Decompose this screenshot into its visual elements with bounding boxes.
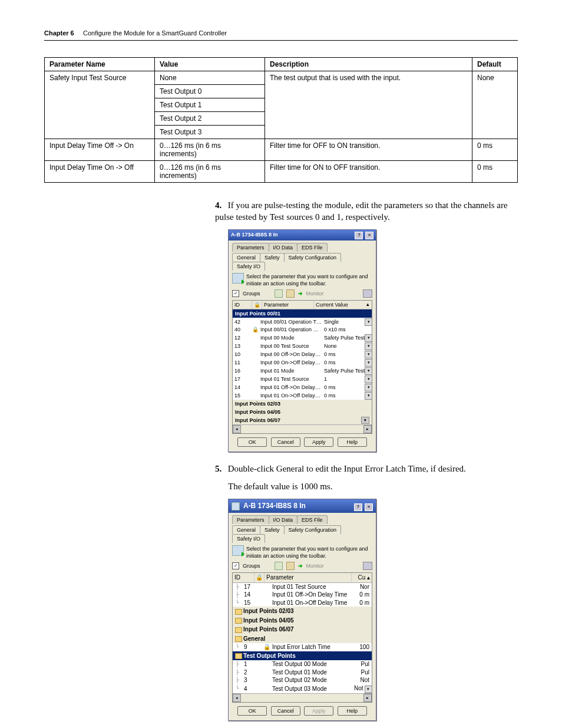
group-header[interactable]: Input Points 02/03 [233, 400, 372, 408]
groups-label: Groups [243, 562, 260, 569]
chevron-down-icon[interactable]: ▾ [365, 384, 372, 391]
cell-param: Safety Input Test Source [45, 71, 155, 139]
list-item[interactable]: └ 9 🔒 Input Error Latch Time 100 [233, 643, 372, 651]
titlebar-buttons: ? × [353, 501, 373, 511]
horizontal-scrollbar[interactable]: ◂ ▸ [233, 693, 372, 702]
close-icon[interactable]: × [365, 503, 373, 511]
apply-button[interactable]: Apply [304, 437, 333, 447]
chevron-down-icon[interactable]: ▾ [365, 359, 372, 367]
scroll-right-icon[interactable]: ▸ [363, 425, 372, 433]
chevron-down-icon[interactable]: ▾ [365, 334, 372, 342]
toolbar-icon[interactable] [275, 562, 283, 570]
cancel-button[interactable]: Cancel [271, 706, 300, 716]
group-header[interactable]: General [233, 634, 372, 644]
group-header[interactable]: Input Points 04/05 [233, 616, 372, 625]
groups-checkbox[interactable]: ✓ [232, 290, 239, 297]
col-value[interactable]: Cu ▴ [352, 573, 372, 582]
scroll-right-icon[interactable]: ▸ [363, 694, 372, 702]
step-text: Double-click General to edit the Input E… [228, 464, 466, 473]
list-item[interactable]: ├3Test Output 02 ModeNot [233, 676, 372, 684]
help-button[interactable]: Help [338, 706, 367, 716]
horizontal-scrollbar[interactable]: ◂ ▸ [233, 424, 372, 433]
chevron-down-icon[interactable]: ▾ [365, 351, 372, 358]
chevron-down-icon[interactable]: ▾ [365, 392, 372, 400]
tab-safety-io[interactable]: Safety I/O [232, 534, 265, 543]
group-header[interactable]: Input Points 02/03 [233, 607, 372, 616]
toolbar-widget[interactable] [363, 289, 372, 298]
tab-parameters[interactable]: Parameters [232, 515, 269, 524]
list-item[interactable]: └15Input 01 On->Off Delay Time0 m [233, 599, 372, 607]
toolbar-icon[interactable] [275, 289, 283, 298]
cell-value: Test Output 2 [155, 112, 265, 126]
list-item[interactable]: 14Input 01 Off->On Delay…0 ms▾ [233, 383, 372, 391]
chevron-down-icon[interactable]: ▾ [365, 342, 372, 350]
dialog-parameters-2: A-B 1734-IB8S 8 In ? × Parameters I/O Da… [228, 499, 376, 721]
dialog-titlebar[interactable]: A-B 1734-IB8S 8 In ? × [229, 499, 376, 513]
scroll-up-icon[interactable]: ▴ [363, 301, 372, 309]
scroll-left-icon[interactable]: ◂ [233, 425, 241, 433]
scroll-left-icon[interactable]: ◂ [233, 694, 241, 702]
group-header[interactable]: Test Output Points [233, 651, 372, 661]
cancel-button[interactable]: Cancel [271, 437, 300, 447]
dialog-parameters-1: A-B 1734-IB8S 8 In ? × Parameters I/O Da… [228, 229, 376, 453]
tab-io-data[interactable]: I/O Data [269, 243, 298, 252]
chevron-down-icon[interactable]: ▾ [365, 318, 372, 326]
dialog-titlebar[interactable]: A-B 1734-IB8S 8 In ? × [229, 230, 376, 241]
groups-checkbox[interactable]: ✓ [232, 562, 239, 569]
list-item[interactable]: 16Input 01 ModeSafety Pulse Test▾ [233, 367, 372, 375]
list-item[interactable]: ├2Test Output 01 ModePul [233, 668, 372, 677]
col-parameter[interactable]: Parameter [265, 573, 352, 582]
toolbar-widget[interactable] [363, 562, 372, 570]
tab-io-data[interactable]: I/O Data [269, 515, 298, 524]
tab-eds-file[interactable]: EDS File [297, 243, 328, 252]
toolbar-icon[interactable] [286, 289, 295, 298]
col-id[interactable]: ID [233, 573, 254, 582]
col-lock[interactable]: 🔒 [254, 573, 265, 582]
tab-general[interactable]: General [232, 253, 260, 262]
list-item[interactable]: ├17Input 01 Test SourceNor [233, 583, 372, 591]
list-item[interactable]: 12Input 00 ModeSafety Pulse Test▾ [233, 334, 372, 342]
monitor-label: Monitor [306, 290, 324, 297]
toolbar-icon[interactable] [286, 562, 295, 570]
tab-parameters[interactable]: Parameters [232, 243, 269, 252]
scroll-down-icon[interactable]: ▾ [361, 417, 369, 424]
apply-button[interactable]: Apply [304, 706, 333, 716]
tab-safety-io[interactable]: Safety I/O [232, 262, 265, 271]
list-item[interactable]: 15Input 01 On->Off Delay…0 ms▾ [233, 391, 372, 400]
list-item[interactable]: ├1Test Output 00 ModePul [233, 660, 372, 668]
parameter-list: ID 🔒 Parameter Cu ▴ ├17Input 01 Test Sou… [232, 572, 372, 703]
list-item[interactable]: └4Test Output 03 ModeNot▾ [233, 684, 372, 693]
list-item[interactable]: ├14Input 01 Off->On Delay Time0 m [233, 591, 372, 599]
list-item[interactable]: 40🔒Input 00/01 Operation …0 x10 ms [233, 326, 372, 333]
col-lock[interactable]: 🔒 [252, 301, 262, 309]
tab-general[interactable]: General [232, 525, 260, 534]
group-header[interactable]: Input Points 06/07 ▾ [233, 416, 372, 424]
close-icon[interactable]: × [365, 232, 373, 239]
col-parameter[interactable]: Parameter [262, 301, 314, 309]
table-row: Safety Input Test Source None The test o… [45, 71, 518, 85]
col-id[interactable]: ID [233, 301, 252, 309]
list-item[interactable]: 42Input 00/01 Operation T…Single▾ [233, 318, 372, 326]
group-header[interactable]: Input Points 04/05 [233, 408, 372, 416]
list-item[interactable]: 10Input 00 Off->On Delay…0 ms▾ [233, 350, 372, 358]
tab-safety[interactable]: Safety [260, 253, 285, 262]
list-item[interactable]: 17Input 01 Test Source1▾ [233, 375, 372, 383]
group-header[interactable]: Input Points 06/07 [233, 625, 372, 634]
tab-safety-config[interactable]: Safety Configuration [284, 525, 342, 534]
group-header[interactable]: Input Points 00/01 [233, 309, 372, 318]
tab-safety-config[interactable]: Safety Configuration [284, 253, 342, 262]
chevron-down-icon[interactable]: ▾ [365, 686, 372, 693]
help-icon[interactable]: ? [354, 503, 362, 511]
chevron-down-icon[interactable]: ▾ [365, 367, 372, 375]
tab-safety[interactable]: Safety [260, 525, 285, 534]
list-item[interactable]: 13Input 00 Test SourceNone▾ [233, 342, 372, 350]
chevron-down-icon[interactable]: ▾ [365, 375, 372, 383]
help-button[interactable]: Help [338, 437, 367, 447]
folder-icon [235, 609, 242, 615]
ok-button[interactable]: OK [237, 437, 267, 447]
col-value[interactable]: Current Value [314, 301, 363, 309]
help-icon[interactable]: ? [355, 232, 363, 239]
tab-eds-file[interactable]: EDS File [297, 515, 328, 524]
list-item[interactable]: 11Input 00 On->Off Delay…0 ms▾ [233, 358, 372, 367]
ok-button[interactable]: OK [237, 706, 267, 716]
